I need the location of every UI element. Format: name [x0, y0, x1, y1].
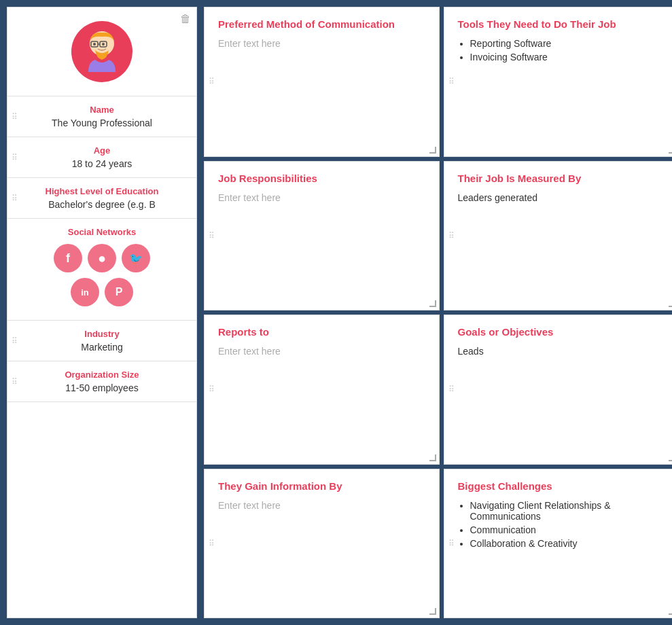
tools-needed-list: Reporting Software Invoicing Software — [458, 38, 665, 62]
biggest-challenges-list: Navigating Client Relationships & Commun… — [458, 500, 665, 549]
social-icons-row2: in P — [18, 278, 185, 306]
name-value[interactable]: The Young Professional — [18, 118, 185, 128]
goals-objectives-drag-handle[interactable]: ⠿ — [448, 385, 455, 394]
card-goals-objectives: ⠿ Goals or Objectives Leads — [444, 315, 673, 465]
industry-section: ⠿ Industry Marketing — [7, 321, 196, 361]
main-container: 🗑 — [7, 7, 672, 618]
challenge-item-3: Collaboration & Creativity — [470, 538, 665, 549]
card-preferred-method: ⠿ Preferred Method of Communication Ente… — [204, 7, 440, 157]
facebook-icon[interactable]: f — [54, 244, 82, 272]
reports-to-title: Reports to — [218, 326, 425, 338]
job-responsibilities-drag-handle[interactable]: ⠿ — [209, 231, 215, 240]
sidebar-header: 🗑 — [7, 7, 196, 96]
goals-objectives-value: Leads — [458, 346, 665, 357]
biggest-challenges-title: Biggest Challenges — [458, 480, 665, 492]
challenge-item-2: Communication — [470, 524, 665, 535]
right-content-grid: ⠿ Preferred Method of Communication Ente… — [204, 7, 672, 618]
avatar — [71, 21, 132, 82]
job-responsibilities-title: Job Responsibilities — [218, 173, 425, 184]
biggest-challenges-resize[interactable] — [669, 608, 672, 615]
job-responsibilities-placeholder[interactable]: Enter text here — [218, 192, 425, 203]
gain-information-resize[interactable] — [429, 608, 436, 615]
name-label: Name — [18, 105, 185, 115]
tools-needed-title: Tools They Need to Do Their Job — [458, 18, 665, 30]
org-size-section: ⠿ Organization Size 11-50 employees — [7, 361, 196, 402]
job-responsibilities-resize[interactable] — [429, 300, 436, 307]
industry-drag-handle[interactable]: ⠿ — [12, 337, 18, 345]
age-label: Age — [18, 145, 185, 156]
org-size-value[interactable]: 11-50 employees — [18, 382, 185, 393]
industry-label: Industry — [18, 329, 185, 339]
sidebar: 🗑 — [7, 7, 197, 618]
tools-item-2: Invoicing Software — [470, 52, 665, 62]
social-networks-section: Social Networks f ● 🐦 in P — [7, 219, 196, 321]
education-label: Highest Level of Education — [18, 186, 185, 196]
job-measured-drag-handle[interactable]: ⠿ — [448, 231, 455, 240]
biggest-challenges-drag-handle[interactable]: ⠿ — [448, 539, 455, 548]
avatar-svg — [75, 24, 129, 79]
pinterest-icon[interactable]: P — [105, 278, 133, 306]
svg-point-5 — [102, 43, 105, 46]
tools-item-1: Reporting Software — [470, 38, 665, 49]
org-size-drag-handle[interactable]: ⠿ — [12, 378, 18, 386]
card-reports-to: ⠿ Reports to Enter text here — [204, 315, 440, 465]
job-measured-title: Their Job Is Measured By — [458, 173, 665, 184]
reports-to-resize[interactable] — [429, 454, 436, 461]
social-icons-row1: f ● 🐦 — [18, 244, 185, 272]
gain-information-title: They Gain Information By — [218, 480, 425, 492]
preferred-method-title: Preferred Method of Communication — [218, 18, 425, 30]
reports-to-drag-handle[interactable]: ⠿ — [209, 385, 215, 394]
card-biggest-challenges: ⠿ Biggest Challenges Navigating Client R… — [444, 469, 673, 619]
social-label: Social Networks — [18, 227, 185, 237]
name-drag-handle[interactable]: ⠿ — [12, 113, 18, 121]
preferred-method-resize[interactable] — [429, 147, 436, 154]
instagram-icon[interactable]: ● — [88, 244, 116, 272]
card-job-responsibilities: ⠿ Job Responsibilities Enter text here — [204, 161, 440, 311]
preferred-method-drag-handle[interactable]: ⠿ — [209, 77, 215, 86]
age-value[interactable]: 18 to 24 years — [18, 158, 185, 169]
card-gain-information: ⠿ They Gain Information By Enter text he… — [204, 469, 440, 619]
org-size-label: Organization Size — [18, 370, 185, 380]
reports-to-placeholder[interactable]: Enter text here — [218, 346, 425, 357]
education-section: ⠿ Highest Level of Education Bachelor's … — [7, 178, 196, 219]
twitter-icon[interactable]: 🐦 — [122, 244, 150, 272]
name-section: ⠿ Name The Young Professional — [7, 96, 196, 137]
preferred-method-placeholder[interactable]: Enter text here — [218, 38, 425, 49]
svg-point-4 — [93, 43, 96, 46]
card-tools-needed: ⠿ Tools They Need to Do Their Job Report… — [444, 7, 673, 157]
job-measured-resize[interactable] — [669, 300, 672, 307]
challenge-item-1: Navigating Client Relationships & Commun… — [470, 500, 665, 522]
delete-icon[interactable]: 🗑 — [180, 13, 191, 25]
tools-needed-resize[interactable] — [669, 147, 672, 154]
age-drag-handle[interactable]: ⠿ — [12, 154, 18, 162]
card-job-measured: ⠿ Their Job Is Measured By Leaders gener… — [444, 161, 673, 311]
linkedin-icon[interactable]: in — [71, 278, 99, 306]
tools-needed-drag-handle[interactable]: ⠿ — [448, 77, 455, 86]
education-value[interactable]: Bachelor's degree (e.g. B — [18, 199, 185, 210]
industry-value[interactable]: Marketing — [18, 342, 185, 353]
job-measured-value: Leaders generated — [458, 192, 665, 203]
education-drag-handle[interactable]: ⠿ — [12, 194, 18, 202]
gain-information-placeholder[interactable]: Enter text here — [218, 500, 425, 511]
goals-objectives-title: Goals or Objectives — [458, 326, 665, 338]
gain-information-drag-handle[interactable]: ⠿ — [209, 539, 215, 548]
goals-objectives-resize[interactable] — [669, 454, 672, 461]
age-section: ⠿ Age 18 to 24 years — [7, 137, 196, 178]
